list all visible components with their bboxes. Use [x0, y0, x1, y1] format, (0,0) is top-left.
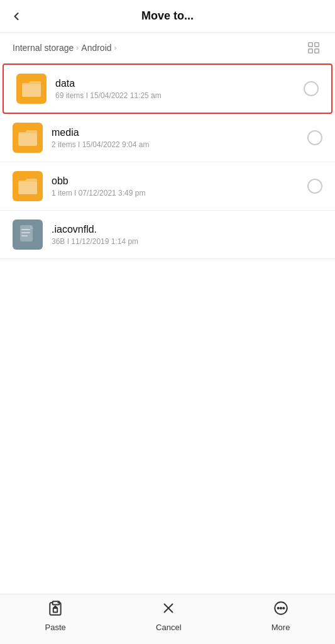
list-item[interactable]: media 2 items I 15/04/2022 9:04 am	[0, 114, 335, 162]
paste-button[interactable]: Paste	[33, 596, 79, 636]
back-button[interactable]	[10, 10, 23, 23]
folder-icon-data	[16, 74, 47, 104]
breadcrumb-internal-storage[interactable]: Internal storage	[13, 43, 74, 53]
file-name-obb: obb	[52, 175, 307, 187]
breadcrumb-separator-1: ›	[76, 43, 79, 52]
svg-rect-9	[53, 608, 58, 613]
file-name-media: media	[52, 127, 307, 138]
breadcrumb-separator-2: ›	[114, 43, 117, 52]
more-label: More	[272, 623, 290, 632]
bottom-toolbar: Paste Cancel More	[0, 594, 335, 644]
list-item[interactable]: .iacovnfld. 36B I 11/12/2019 1:14 pm	[0, 211, 335, 259]
breadcrumb-android[interactable]: Android	[81, 43, 111, 53]
radio-data[interactable]	[304, 81, 319, 96]
more-button[interactable]: More	[259, 596, 303, 636]
breadcrumb: Internal storage › Android ›	[13, 43, 117, 53]
header: Move to...	[0, 0, 335, 33]
file-meta-data: 69 items I 15/04/2022 11:25 am	[55, 91, 304, 100]
svg-rect-2	[309, 49, 312, 53]
svg-rect-5	[21, 229, 30, 230]
file-info-data: data 69 items I 15/04/2022 11:25 am	[55, 78, 304, 100]
breadcrumb-row: Internal storage › Android ›	[0, 33, 335, 64]
file-name-data: data	[55, 78, 304, 89]
page-title: Move to...	[141, 9, 194, 23]
svg-point-14	[280, 608, 281, 609]
svg-point-13	[277, 608, 278, 609]
file-info-iacovnfld: .iacovnfld. 36B I 11/12/2019 1:14 pm	[52, 224, 322, 246]
file-meta-obb: 1 item I 07/12/2021 3:49 pm	[52, 189, 307, 197]
paste-label: Paste	[45, 623, 66, 632]
cancel-icon	[160, 600, 177, 620]
folder-icon-obb	[13, 171, 43, 201]
file-icon-iacovnfld	[13, 219, 43, 250]
radio-media[interactable]	[307, 130, 322, 145]
list-item[interactable]: data 69 items I 15/04/2022 11:25 am	[3, 64, 332, 114]
grid-view-button[interactable]	[305, 39, 322, 57]
file-info-media: media 2 items I 15/04/2022 9:04 am	[52, 127, 307, 149]
radio-obb[interactable]	[307, 179, 322, 194]
svg-rect-1	[315, 43, 319, 47]
svg-rect-6	[21, 232, 30, 233]
more-icon	[273, 600, 289, 620]
svg-rect-7	[21, 235, 28, 236]
file-info-obb: obb 1 item I 07/12/2021 3:49 pm	[52, 175, 307, 197]
paste-icon	[47, 600, 63, 620]
file-list: data 69 items I 15/04/2022 11:25 am medi…	[0, 64, 335, 594]
cancel-button[interactable]: Cancel	[143, 596, 194, 636]
svg-point-15	[283, 608, 284, 609]
svg-rect-3	[315, 49, 319, 53]
file-meta-media: 2 items I 15/04/2022 9:04 am	[52, 140, 307, 149]
cancel-label: Cancel	[156, 623, 181, 632]
file-meta-iacovnfld: 36B I 11/12/2019 1:14 pm	[52, 237, 322, 246]
folder-icon-media	[13, 123, 43, 153]
list-item[interactable]: obb 1 item I 07/12/2021 3:49 pm	[0, 162, 335, 211]
svg-rect-0	[309, 43, 312, 47]
file-name-iacovnfld: .iacovnfld.	[52, 224, 322, 235]
